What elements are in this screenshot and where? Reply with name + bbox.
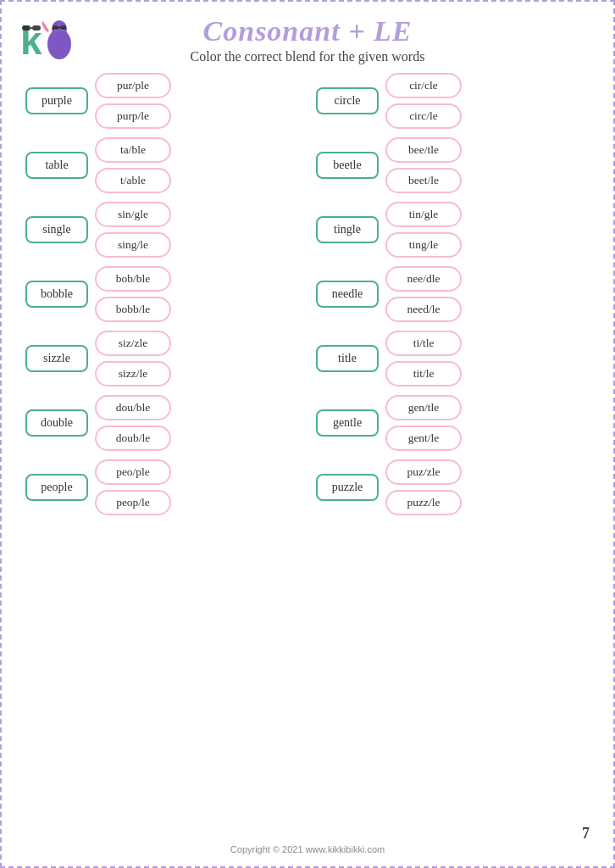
options-container: bob/blebobb/le <box>95 266 171 322</box>
options-container: tin/gleting/le <box>385 202 462 258</box>
option-item[interactable]: bob/ble <box>95 266 171 292</box>
option-item[interactable]: beet/le <box>385 168 462 193</box>
option-item[interactable]: purp/le <box>95 103 171 129</box>
word-label: sizzle <box>25 345 88 372</box>
word-label: circle <box>316 87 379 114</box>
word-label: table <box>25 152 88 179</box>
word-label: puzzle <box>316 474 379 501</box>
options-container: dou/bledoub/le <box>95 395 171 451</box>
word-group: purplepur/plepurp/le <box>25 73 299 129</box>
option-item[interactable]: pur/ple <box>95 73 171 98</box>
options-container: gen/tlegent/le <box>385 395 462 451</box>
option-item[interactable]: tit/le <box>385 361 462 387</box>
copyright: Copyright © 2021 www.kikkibikki.com <box>2 844 613 854</box>
word-label: needle <box>316 281 379 308</box>
svg-rect-4 <box>32 25 41 31</box>
options-container: sin/glesing/le <box>95 202 171 258</box>
word-label: purple <box>25 87 88 114</box>
option-item[interactable]: sing/le <box>95 232 171 258</box>
word-group: puzzlepuz/zlepuzz/le <box>316 459 590 515</box>
word-label: people <box>25 474 88 501</box>
option-item[interactable]: sizz/le <box>95 361 171 387</box>
option-item[interactable]: bobb/le <box>95 297 171 322</box>
word-label: title <box>316 345 379 372</box>
word-group: doubledou/bledoub/le <box>25 395 299 451</box>
word-label: gentle <box>316 409 379 437</box>
option-item[interactable]: ting/le <box>385 232 462 258</box>
word-label: double <box>25 409 88 437</box>
option-item[interactable]: circ/le <box>385 103 462 129</box>
option-item[interactable]: peop/le <box>95 490 171 515</box>
word-group: tableta/blet/able <box>25 137 299 193</box>
option-item[interactable]: peo/ple <box>95 459 171 485</box>
word-group: titleti/tletit/le <box>316 331 590 387</box>
options-container: cir/clecirc/le <box>385 73 462 129</box>
options-container: ti/tletit/le <box>385 331 462 387</box>
option-item[interactable]: sin/gle <box>95 202 171 227</box>
options-container: puz/zlepuzz/le <box>385 459 462 515</box>
option-item[interactable]: gent/le <box>385 426 462 451</box>
word-group: peoplepeo/plepeop/le <box>25 459 299 515</box>
options-container: pur/plepurp/le <box>95 73 171 129</box>
option-item[interactable]: tin/gle <box>385 202 462 227</box>
page: k Consonant + LE Color the correct blend… <box>0 0 615 868</box>
options-container: ta/blet/able <box>95 137 171 193</box>
word-group: bobblebob/blebobb/le <box>25 266 299 322</box>
option-item[interactable]: nee/dle <box>385 266 462 292</box>
option-item[interactable]: need/le <box>385 297 462 322</box>
word-group: needlenee/dleneed/le <box>316 266 590 322</box>
option-item[interactable]: t/able <box>95 168 171 193</box>
option-item[interactable]: puz/zle <box>385 459 462 485</box>
option-item[interactable]: ta/ble <box>95 137 171 163</box>
page-number: 7 <box>582 825 590 843</box>
svg-text:k: k <box>20 19 42 63</box>
page-title: Consonant + LE <box>203 15 413 47</box>
option-item[interactable]: doub/le <box>95 426 171 451</box>
logo: k <box>17 14 76 64</box>
word-group: circlecir/clecirc/le <box>316 73 590 129</box>
word-label: single <box>25 216 88 243</box>
word-label: tingle <box>316 216 379 243</box>
options-container: peo/plepeop/le <box>95 459 171 515</box>
word-group: singlesin/glesing/le <box>25 202 299 258</box>
word-grid: purplepur/plepurp/lecirclecir/clecirc/le… <box>10 73 605 515</box>
option-item[interactable]: gen/tle <box>385 395 462 420</box>
word-group: tingletin/gleting/le <box>316 202 590 258</box>
options-container: nee/dleneed/le <box>385 266 462 322</box>
svg-rect-10 <box>53 25 58 30</box>
options-container: bee/tlebeet/le <box>385 137 462 193</box>
svg-rect-3 <box>22 25 30 31</box>
word-label: bobble <box>25 281 88 308</box>
option-item[interactable]: bee/tle <box>385 137 462 163</box>
word-label: beetle <box>316 152 379 179</box>
word-group: beetlebee/tlebeet/le <box>316 137 590 193</box>
page-subtitle: Color the correct blend for the given wo… <box>191 49 425 64</box>
option-item[interactable]: cir/cle <box>385 73 462 98</box>
option-item[interactable]: ti/tle <box>385 331 462 356</box>
option-item[interactable]: dou/ble <box>95 395 171 420</box>
option-item[interactable]: puzz/le <box>385 490 462 515</box>
header: Consonant + LE Color the correct blend f… <box>10 15 605 64</box>
svg-rect-11 <box>60 25 66 30</box>
word-group: gentlegen/tlegent/le <box>316 395 590 451</box>
word-group: sizzlesiz/zlesizz/le <box>25 331 299 387</box>
option-item[interactable]: siz/zle <box>95 331 171 356</box>
options-container: siz/zlesizz/le <box>95 331 171 387</box>
